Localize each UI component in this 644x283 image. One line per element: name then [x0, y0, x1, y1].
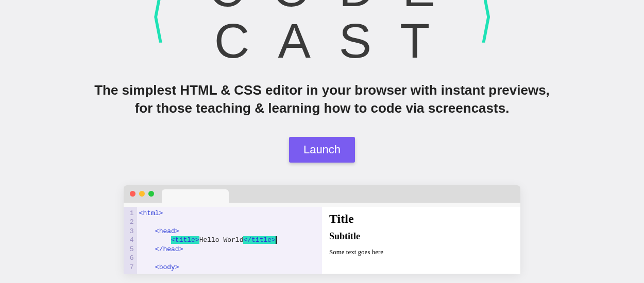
- code-editor[interactable]: 12345678910 <html> <head> <title>Hello W…: [124, 207, 322, 274]
- minimize-icon: [139, 191, 145, 197]
- code-line: [139, 254, 292, 263]
- editor-pane: 12345678910 <html> <head> <title>Hello W…: [124, 207, 520, 274]
- preview-paragraph: Some text goes here: [329, 248, 513, 256]
- maximize-icon: [148, 191, 154, 197]
- browser-tab: [162, 189, 229, 203]
- line-number-gutter: 12345678910: [124, 207, 137, 274]
- logo-line-2: CAST: [209, 15, 463, 67]
- browser-chrome: [124, 185, 520, 203]
- preview-title: Title: [329, 212, 513, 226]
- code-line: <h1>Title</h1>: [139, 272, 292, 274]
- line-number: 8: [126, 272, 134, 274]
- tagline: The simplest HTML & CSS editor in your b…: [85, 81, 559, 117]
- code-line: <title>Hello World</title>: [139, 236, 292, 245]
- line-number: 2: [126, 218, 134, 227]
- line-number: 6: [126, 254, 134, 263]
- window-controls: [130, 191, 154, 197]
- logo: ⟨ CODE CAST ⟩: [151, 0, 493, 67]
- launch-button[interactable]: Launch: [289, 137, 355, 163]
- code-line: </head>: [139, 245, 292, 254]
- code-content[interactable]: <html> <head> <title>Hello World</title>…: [137, 207, 294, 274]
- logo-text: CODE CAST: [180, 0, 463, 67]
- line-number: 5: [126, 245, 134, 254]
- line-number: 3: [126, 227, 134, 236]
- line-number: 4: [126, 236, 134, 245]
- browser-toolbar: [124, 203, 520, 207]
- browser-window: 12345678910 <html> <head> <title>Hello W…: [124, 185, 520, 274]
- code-line: [139, 218, 292, 227]
- line-number: 1: [126, 209, 134, 218]
- preview-subtitle: Subtitle: [329, 231, 513, 242]
- code-line: <head>: [139, 227, 292, 236]
- line-number: 7: [126, 263, 134, 272]
- angle-left-icon: ⟨: [151, 0, 165, 49]
- code-line: <html>: [139, 209, 292, 218]
- code-line: <body>: [139, 263, 292, 272]
- live-preview: Title Subtitle Some text goes here: [322, 207, 520, 274]
- close-icon: [130, 191, 135, 197]
- angle-right-icon: ⟩: [479, 0, 493, 49]
